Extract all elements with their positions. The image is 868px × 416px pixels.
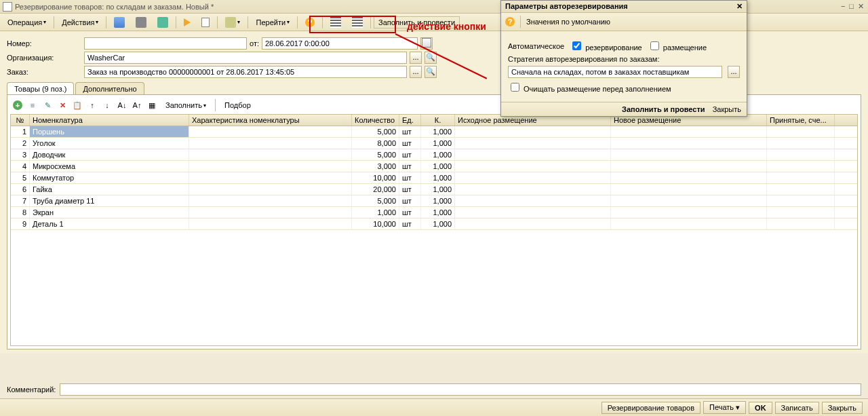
- actions-menu[interactable]: Действия▾: [57, 16, 103, 29]
- help-icon[interactable]: ?: [505, 17, 515, 26]
- refresh-icon[interactable]: [153, 15, 173, 30]
- table-row[interactable]: 1Поршень5,000шт1,000: [11, 126, 857, 138]
- tree-icon[interactable]: [347, 15, 368, 30]
- annotation-text: действие кнопки: [407, 21, 486, 32]
- strategy-field[interactable]: [508, 66, 722, 78]
- close-icon[interactable]: ✕: [858, 2, 864, 11]
- table-row[interactable]: 2Уголок8,000шт1,000: [11, 138, 857, 149]
- order-open-icon[interactable]: 🔍: [425, 66, 437, 78]
- ok-button[interactable]: OK: [749, 402, 772, 414]
- maximize-icon[interactable]: □: [849, 2, 854, 11]
- autoreserve-dialog: Параметры авторезервирования ✕ ? Значени…: [500, 0, 747, 117]
- operation-menu[interactable]: Операция▾: [3, 16, 51, 29]
- minimize-icon[interactable]: −: [841, 2, 845, 11]
- clear-checkbox[interactable]: [511, 83, 519, 92]
- auto-label: Автоматическое: [508, 42, 564, 50]
- strategy-label: Стратегия авторезервирования по заказам:: [508, 55, 660, 63]
- from-label: от:: [250, 39, 259, 48]
- insert-row-icon[interactable]: ≡: [26, 99, 39, 111]
- number-label: Номер:: [7, 39, 81, 48]
- place-checkbox-label[interactable]: размещение: [648, 39, 707, 52]
- clear-checkbox-label[interactable]: Очищать размещение перед заполнением: [508, 81, 671, 94]
- tab-goods[interactable]: Товары (9 поз.): [7, 82, 74, 94]
- order-field[interactable]: [84, 66, 407, 78]
- print-icon[interactable]: [131, 15, 151, 30]
- tab-panel-goods: + ≡ ✎ ✕ 📋 ↑ ↓ A↓ A↑ ▦ Заполнить▾ Подбор …: [7, 94, 861, 349]
- edit-row-icon[interactable]: ✎: [41, 99, 54, 111]
- col-qty[interactable]: Количество: [352, 115, 399, 126]
- order-select-icon[interactable]: ...: [410, 66, 422, 78]
- table-row[interactable]: 4Микросхема3,000шт1,000: [11, 161, 857, 172]
- number-field[interactable]: [84, 37, 247, 50]
- columns-icon[interactable]: ▦: [146, 99, 158, 111]
- save-button[interactable]: Записать: [775, 402, 819, 414]
- col-n[interactable]: №: [11, 115, 30, 126]
- reserve-checkbox-label[interactable]: резервирование: [570, 39, 642, 52]
- close-button[interactable]: Закрыть: [822, 402, 863, 414]
- comment-row: Комментарий:: [7, 383, 861, 396]
- strategy-select-icon[interactable]: ...: [728, 66, 740, 78]
- table-row[interactable]: 6Гайка20,000шт1,000: [11, 184, 857, 195]
- save-icon[interactable]: [109, 15, 130, 30]
- reserve-checkbox[interactable]: [572, 41, 581, 50]
- org-select-icon[interactable]: ...: [410, 52, 422, 64]
- help-icon[interactable]: ?: [300, 16, 319, 29]
- print-menu[interactable]: Печать ▾: [703, 401, 746, 414]
- delete-row-icon[interactable]: ✕: [56, 99, 68, 111]
- col-k[interactable]: К.: [421, 115, 455, 126]
- goods-grid[interactable]: № Номенклатура Характеристика номенклату…: [10, 114, 858, 346]
- dialog-fill-post-button[interactable]: Заполнить и провести: [622, 105, 705, 113]
- list-icon[interactable]: [326, 15, 346, 30]
- fill-menu[interactable]: Заполнить▾: [161, 99, 211, 111]
- col-nom[interactable]: Номенклатура: [30, 115, 189, 126]
- add-row-icon[interactable]: +: [12, 99, 24, 111]
- post-icon[interactable]: [179, 16, 195, 29]
- dialog-title: Параметры авторезервирования: [505, 2, 628, 11]
- move-down-icon[interactable]: ↓: [101, 99, 113, 111]
- move-up-icon[interactable]: ↑: [86, 99, 98, 111]
- table-row[interactable]: 9Деталь 110,000шт1,000: [11, 219, 857, 230]
- link-menu[interactable]: ▾: [220, 15, 245, 30]
- col-acc[interactable]: Принятые, сче...: [767, 115, 835, 126]
- comment-label: Комментарий:: [7, 385, 56, 394]
- col-char[interactable]: Характеристика номенклатуры: [189, 115, 352, 126]
- window-controls: − □ ✕: [841, 2, 864, 11]
- dialog-close-button[interactable]: Закрыть: [713, 105, 741, 113]
- comment-field[interactable]: [60, 383, 861, 396]
- reserve-button[interactable]: Резервирование товаров: [601, 402, 701, 414]
- org-field[interactable]: [84, 52, 407, 64]
- select-button[interactable]: Подбор: [220, 99, 256, 111]
- goto-menu[interactable]: Перейти▾: [251, 16, 294, 29]
- defaults-button[interactable]: Значения по умолчанию: [526, 18, 610, 26]
- window-title: Резервирование товаров: по складам и зак…: [15, 3, 214, 11]
- dialog-close-icon[interactable]: ✕: [736, 2, 743, 11]
- col-unit[interactable]: Ед.: [399, 115, 421, 126]
- order-label: Заказ:: [7, 68, 81, 76]
- table-row[interactable]: 8Экран1,000шт1,000: [11, 207, 857, 219]
- sort-asc-icon[interactable]: A↓: [116, 99, 128, 111]
- org-label: Организация:: [7, 54, 81, 62]
- document-icon: [3, 2, 12, 12]
- table-row[interactable]: 7Труба диаметр 115,000шт1,000: [11, 195, 857, 207]
- tab-additional[interactable]: Дополнительно: [75, 82, 144, 94]
- sort-desc-icon[interactable]: A↑: [131, 99, 143, 111]
- table-row[interactable]: 3Доводчик5,000шт1,000: [11, 149, 857, 161]
- table-row[interactable]: 5Коммутатор10,000шт1,000: [11, 172, 857, 184]
- doc-icon[interactable]: [197, 16, 214, 29]
- date-field[interactable]: [262, 37, 418, 50]
- place-checkbox[interactable]: [650, 41, 659, 50]
- footer-bar: Резервирование товаров Печать ▾ OK Запис…: [0, 398, 868, 416]
- copy-row-icon[interactable]: 📋: [71, 99, 83, 111]
